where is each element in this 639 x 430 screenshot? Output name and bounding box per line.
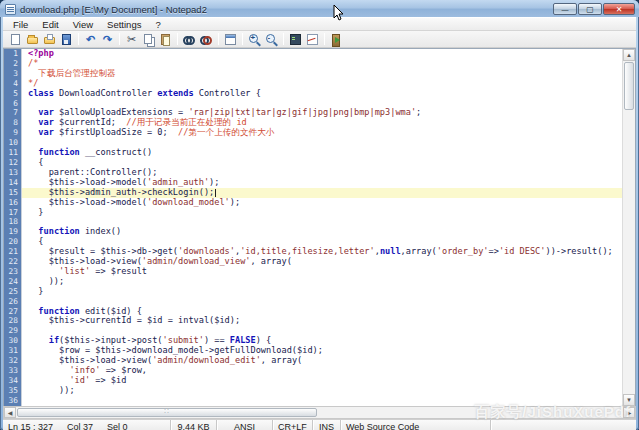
- code-line[interactable]: 24 ));: [4, 277, 622, 287]
- line-number: 28: [4, 316, 22, 326]
- code-text: function index(): [22, 227, 622, 237]
- schemes-button[interactable]: [304, 32, 321, 47]
- status-position-group: Ln 15 : 327 Col 37 Sel 0: [3, 420, 171, 430]
- menu-item-[interactable]: ?: [148, 18, 167, 31]
- toolbar: ↶↷✂+-: [3, 31, 636, 48]
- horizontal-scroll-thumb[interactable]: [17, 408, 317, 417]
- line-number: 27: [4, 307, 22, 317]
- status-file-size: 9.44 KB: [171, 420, 217, 430]
- redo-button[interactable]: ↷: [99, 32, 116, 47]
- code-line[interactable]: 36: [4, 396, 622, 406]
- maximize-button[interactable]: [578, 3, 602, 15]
- line-number: 11: [4, 148, 22, 158]
- code-text: $this->load->model('download_model');: [22, 198, 622, 208]
- menu-item-view[interactable]: View: [66, 18, 100, 31]
- console-button[interactable]: [287, 32, 304, 47]
- line-number: 10: [4, 138, 22, 148]
- line-number: 5: [4, 89, 22, 99]
- minimize-button[interactable]: [553, 3, 577, 15]
- scroll-up-arrow[interactable]: ▲: [623, 49, 635, 61]
- vertical-scroll-thumb[interactable]: [624, 62, 634, 110]
- code-line[interactable]: 3 下载后台管理控制器: [4, 69, 622, 79]
- open-file-button[interactable]: [24, 32, 41, 47]
- line-number: 26: [4, 297, 22, 307]
- code-text: 下载后台管理控制器: [22, 69, 622, 79]
- line-number: 16: [4, 198, 22, 208]
- favorites-button[interactable]: [41, 32, 58, 47]
- zoom-in-icon: +: [248, 33, 261, 46]
- code-line[interactable]: 28 $this->currentId = $id = intval($id);: [4, 316, 622, 326]
- toolbar-separator: [177, 33, 178, 45]
- undo-icon: ↶: [84, 33, 97, 46]
- close-button[interactable]: [603, 3, 635, 15]
- status-insert-mode[interactable]: INS: [313, 420, 341, 430]
- line-number: 3: [4, 69, 22, 79]
- scroll-left-arrow[interactable]: ◀: [4, 407, 16, 418]
- vertical-scrollbar[interactable]: ▲ ▼: [622, 49, 635, 406]
- new-file-button[interactable]: [7, 32, 24, 47]
- line-number: 33: [4, 366, 22, 376]
- zoom-out-icon: -: [265, 33, 278, 46]
- code-line[interactable]: 23 'list' => $result: [4, 267, 622, 277]
- code-line[interactable]: 1<?php: [4, 49, 622, 59]
- status-encoding[interactable]: ANSI: [217, 420, 273, 430]
- code-text: class DownloadController extends Control…: [22, 89, 622, 99]
- code-line[interactable]: 5class DownloadController extends Contro…: [4, 89, 622, 99]
- line-number: 2: [4, 59, 22, 69]
- status-syntax-scheme[interactable]: Web Source Code: [341, 420, 491, 430]
- line-number: 30: [4, 336, 22, 346]
- schemes-icon: [306, 33, 319, 46]
- status-line: Ln 15 : 327: [8, 420, 53, 430]
- open-file-icon: [26, 33, 39, 46]
- menu-item-settings[interactable]: Settings: [100, 18, 148, 31]
- paste-button[interactable]: [157, 32, 174, 47]
- menu-item-file[interactable]: File: [6, 18, 35, 31]
- copy-button[interactable]: [140, 32, 157, 47]
- notepad2-window: download.php [E:\My Document] - Notepad2…: [0, 0, 639, 430]
- scroll-down-arrow[interactable]: ▼: [623, 394, 635, 406]
- line-number: 32: [4, 356, 22, 366]
- code-line[interactable]: 19 function index(): [4, 227, 622, 237]
- status-column: Col 37: [67, 420, 93, 430]
- line-number: 35: [4, 386, 22, 396]
- editor[interactable]: 1<?php2/*3 下载后台管理控制器4*/5class DownloadCo…: [3, 48, 636, 406]
- copy-icon: [142, 33, 155, 46]
- toolbar-separator: [242, 33, 243, 45]
- code-line[interactable]: 17 }: [4, 208, 622, 218]
- code-text: }: [22, 287, 622, 297]
- code-line[interactable]: 25 }: [4, 287, 622, 297]
- scroll-right-arrow[interactable]: ▶: [623, 407, 635, 418]
- code-line[interactable]: 9 var $firstUploadSize = 0; //第一个上传的文件大小: [4, 128, 622, 138]
- zoom-in-button[interactable]: +: [246, 32, 263, 47]
- title-bar[interactable]: download.php [E:\My Document] - Notepad2: [0, 0, 639, 17]
- code-text: ));: [22, 277, 622, 287]
- status-eol[interactable]: CR+LF: [273, 420, 313, 430]
- window-title: download.php [E:\My Document] - Notepad2: [20, 4, 207, 15]
- save-file-icon: [60, 33, 73, 46]
- toolbar-separator: [119, 33, 120, 45]
- code-line[interactable]: 34 'id' => $id: [4, 376, 622, 386]
- find-button[interactable]: [181, 32, 198, 47]
- line-number: 15: [4, 188, 22, 198]
- line-number: 4: [4, 79, 22, 89]
- code-text: }: [22, 208, 622, 218]
- horizontal-scrollbar[interactable]: ◀ ▶: [3, 406, 636, 419]
- replace-icon: [200, 33, 213, 46]
- code-area[interactable]: 1<?php2/*3 下载后台管理控制器4*/5class DownloadCo…: [4, 49, 622, 406]
- code-line[interactable]: 35 ));: [4, 386, 622, 396]
- replace-button[interactable]: [198, 32, 215, 47]
- settings-window-button[interactable]: [222, 32, 239, 47]
- cut-button[interactable]: ✂: [123, 32, 140, 47]
- zoom-out-button[interactable]: -: [263, 32, 280, 47]
- code-line[interactable]: 16 $this->load->model('download_model');: [4, 198, 622, 208]
- line-number: 18: [4, 217, 22, 227]
- settings-window-icon: [224, 33, 237, 46]
- line-number: 14: [4, 178, 22, 188]
- menu-item-edit[interactable]: Edit: [35, 18, 65, 31]
- save-file-button[interactable]: [58, 32, 75, 47]
- toolbar-separator: [78, 33, 79, 45]
- line-number: 34: [4, 376, 22, 386]
- exit-button[interactable]: [328, 32, 345, 47]
- code-line[interactable]: 11 function __construct(): [4, 148, 622, 158]
- undo-button[interactable]: ↶: [82, 32, 99, 47]
